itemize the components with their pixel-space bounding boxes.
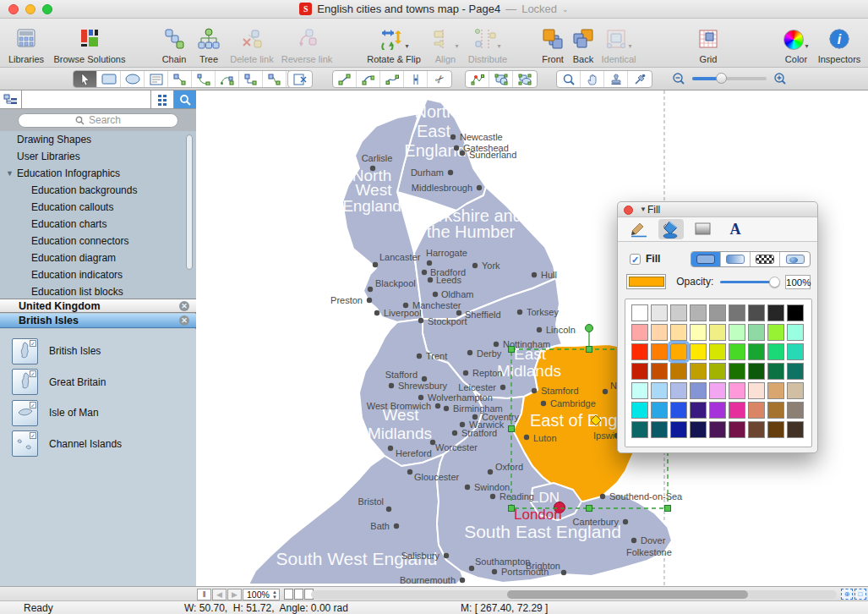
library-item-british-isles[interactable]: ✓British Isles bbox=[0, 336, 196, 366]
next-page-button[interactable]: ▶ bbox=[227, 589, 242, 600]
fill-checkbox[interactable]: ✓ bbox=[630, 254, 641, 265]
color-swatch[interactable] bbox=[690, 324, 707, 341]
color-swatch[interactable] bbox=[651, 363, 668, 380]
sidebar-item-education-diagram[interactable]: Education diagram bbox=[0, 249, 196, 266]
line-style-tab[interactable] bbox=[626, 219, 652, 239]
color-swatch[interactable] bbox=[709, 402, 726, 419]
sidebar-item-education-callouts[interactable]: Education callouts bbox=[0, 199, 196, 216]
identical-button[interactable]: ▾ Identical bbox=[597, 21, 641, 65]
color-swatch[interactable] bbox=[729, 402, 745, 419]
close-window-button[interactable] bbox=[8, 4, 19, 14]
color-swatch[interactable] bbox=[767, 343, 784, 360]
delete-link-button[interactable]: Delete link bbox=[227, 21, 277, 65]
color-swatch[interactable] bbox=[787, 304, 804, 321]
reshape-tool[interactable] bbox=[466, 71, 489, 87]
library-item-great-britain[interactable]: ✓Great Britain bbox=[0, 367, 196, 397]
color-swatch[interactable] bbox=[729, 304, 745, 321]
current-color-well[interactable] bbox=[626, 274, 666, 289]
library-item-isle-of-man[interactable]: ✓Isle of Man bbox=[0, 397, 196, 428]
shadow-style-tab[interactable] bbox=[691, 219, 716, 239]
horizontal-scrollbar-thumb[interactable] bbox=[507, 590, 748, 599]
color-swatch[interactable] bbox=[767, 421, 784, 438]
select-tool[interactable] bbox=[74, 71, 97, 87]
collapse-caret-icon[interactable]: ▼ bbox=[640, 206, 647, 213]
pan-hand-tool[interactable] bbox=[581, 71, 604, 87]
color-swatch[interactable] bbox=[690, 304, 707, 321]
line-tool[interactable] bbox=[333, 71, 357, 87]
sidebar-item-education-indicators[interactable]: Education indicators bbox=[0, 266, 196, 283]
browse-solutions-button[interactable]: Browse Solutions bbox=[51, 21, 128, 65]
rectangle-tool[interactable] bbox=[97, 71, 121, 87]
color-swatch[interactable] bbox=[748, 324, 765, 341]
section-united-kingdom[interactable]: United Kingdom ✕ bbox=[0, 299, 196, 313]
opacity-slider[interactable] bbox=[720, 277, 780, 288]
color-swatch[interactable] bbox=[651, 402, 668, 419]
edit-shape-tool[interactable] bbox=[489, 71, 513, 87]
color-swatch[interactable] bbox=[787, 402, 804, 419]
text-style-tab[interactable]: A bbox=[723, 219, 748, 239]
color-swatch[interactable] bbox=[690, 402, 707, 419]
page-thumbnails[interactable] bbox=[284, 589, 314, 600]
color-swatch[interactable] bbox=[651, 421, 668, 438]
opacity-slider-thumb[interactable] bbox=[769, 277, 780, 288]
selection-handle[interactable] bbox=[509, 347, 515, 353]
color-swatch[interactable] bbox=[748, 343, 765, 360]
color-swatch[interactable] bbox=[631, 421, 648, 438]
arc-connector-tool[interactable] bbox=[192, 71, 216, 87]
actual-size-button[interactable]: □ bbox=[854, 589, 866, 600]
color-swatch[interactable] bbox=[729, 382, 745, 399]
tree-view-tab[interactable] bbox=[0, 90, 22, 108]
sidebar-item-education-infographics[interactable]: ▼Education Infographics bbox=[0, 165, 196, 182]
locked-chevron-icon[interactable]: ⌄ bbox=[562, 5, 569, 14]
color-swatch[interactable] bbox=[651, 304, 668, 321]
color-swatch[interactable] bbox=[787, 382, 804, 399]
fill-dialog-titlebar[interactable]: ▼ Fill bbox=[618, 202, 817, 217]
front-button[interactable]: Front bbox=[534, 21, 571, 65]
selection-handle[interactable] bbox=[509, 426, 515, 432]
color-swatch[interactable] bbox=[670, 343, 687, 360]
text-tool[interactable] bbox=[145, 71, 168, 87]
ellipse-tool[interactable] bbox=[121, 71, 145, 87]
color-swatch[interactable] bbox=[670, 382, 687, 399]
sidebar-item-education-connectors[interactable]: Education connectors bbox=[0, 233, 196, 249]
selection-handle[interactable] bbox=[665, 506, 671, 512]
color-swatch[interactable] bbox=[748, 363, 765, 380]
fit-page-button[interactable]: ⊕ bbox=[841, 589, 853, 600]
pause-pages-button[interactable]: ‖ bbox=[197, 589, 211, 600]
zoom-stepper-icon[interactable]: ▲▼ bbox=[272, 589, 277, 600]
sidebar-item-user-libraries[interactable]: User Libraries bbox=[0, 148, 196, 165]
color-swatch[interactable] bbox=[748, 304, 765, 321]
sidebar-item-drawing-shapes[interactable]: Drawing Shapes bbox=[0, 131, 196, 148]
color-swatch[interactable] bbox=[651, 382, 668, 399]
eyedropper-tool[interactable] bbox=[628, 71, 652, 87]
color-swatch[interactable] bbox=[709, 421, 726, 438]
grid-view-tab[interactable] bbox=[151, 90, 174, 108]
library-name-field[interactable] bbox=[22, 90, 151, 108]
locked-label[interactable]: Locked bbox=[521, 3, 557, 15]
zoom-level-select[interactable]: 100%▲▼ bbox=[243, 589, 280, 600]
texture-fill-segment[interactable] bbox=[780, 252, 810, 266]
section-british-isles[interactable]: British Isles ✕ bbox=[0, 314, 196, 328]
sidebar-item-education-list-blocks[interactable]: Education list blocks bbox=[0, 283, 196, 299]
color-swatch[interactable] bbox=[787, 324, 804, 341]
libraries-button[interactable]: Libraries bbox=[2, 21, 51, 65]
opacity-value[interactable]: 100% bbox=[785, 275, 811, 289]
distribute-button[interactable]: ▾ Distribute bbox=[463, 21, 512, 65]
direct-connector-tool[interactable] bbox=[168, 71, 192, 87]
color-swatch[interactable] bbox=[670, 363, 687, 380]
zoom-tool[interactable] bbox=[557, 71, 581, 87]
edit-group-tool[interactable] bbox=[513, 71, 537, 87]
color-swatch[interactable] bbox=[787, 421, 804, 438]
color-swatch[interactable] bbox=[787, 343, 804, 360]
color-swatch[interactable] bbox=[709, 382, 726, 399]
color-swatch[interactable] bbox=[748, 421, 765, 438]
color-swatch[interactable] bbox=[631, 324, 648, 341]
solid-fill-segment[interactable] bbox=[691, 252, 721, 266]
curve-connector-tool[interactable] bbox=[263, 71, 287, 87]
color-swatch[interactable] bbox=[709, 363, 726, 380]
color-swatch[interactable] bbox=[690, 382, 707, 399]
back-button[interactable]: Back bbox=[568, 21, 598, 65]
zoom-out-icon[interactable] bbox=[672, 72, 685, 85]
color-swatch[interactable] bbox=[729, 421, 745, 438]
selection-handle[interactable] bbox=[587, 506, 592, 512]
